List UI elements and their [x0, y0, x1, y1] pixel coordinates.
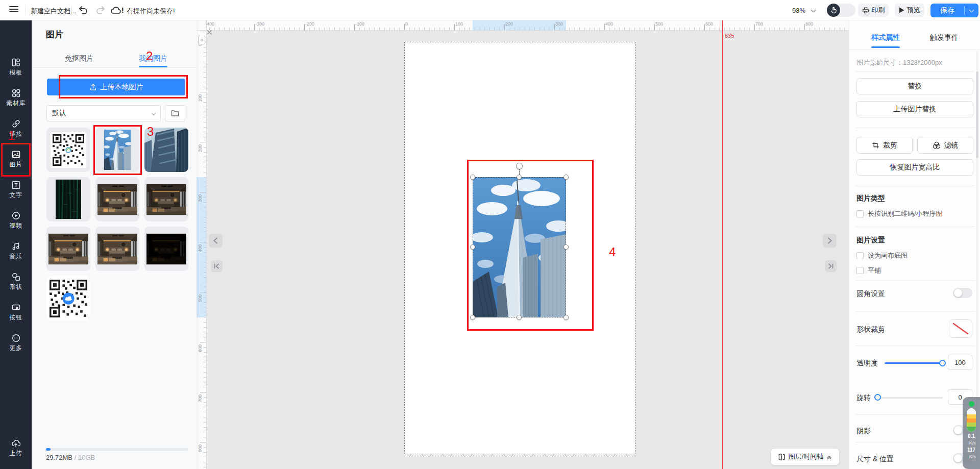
sidebar-item-link[interactable]: 链接 [0, 119, 32, 142]
tab-trigger-events[interactable]: 触发事件 [930, 33, 959, 42]
rotation-handle[interactable] [516, 163, 523, 169]
sidebar-item-image[interactable]: 图片 [0, 150, 32, 172]
sidebar-item-assets[interactable]: 素材库 [0, 89, 32, 111]
close-icon[interactable]: × [206, 27, 212, 37]
thumbnail-bedroom[interactable] [95, 177, 139, 221]
ruler-label: 600 [198, 344, 203, 352]
status-dot [969, 401, 974, 407]
checkbox[interactable] [856, 267, 864, 274]
checkbox[interactable] [856, 210, 864, 217]
sidebar-item-music[interactable]: 音乐 [0, 242, 32, 264]
tab-free-images[interactable]: 免抠图片 [65, 54, 93, 63]
first-page-button[interactable] [211, 260, 223, 272]
rotate-slider-track[interactable] [877, 397, 943, 399]
selection-handle-n[interactable] [517, 175, 522, 180]
menu-icon[interactable] [9, 5, 18, 14]
selection-handle-e[interactable] [564, 244, 569, 250]
checkbox[interactable] [856, 252, 864, 259]
ruler-label: 400 [198, 244, 203, 252]
sidebar-item-template[interactable]: 模板 [0, 58, 32, 81]
save-label: 保存 [940, 6, 954, 15]
thumbnail-qr-code-cloud[interactable] [46, 276, 90, 320]
doc-title[interactable]: 新建空白文档... [31, 7, 76, 16]
divider [855, 186, 974, 186]
storage-used: 29.72MB [46, 454, 72, 461]
upload-speed-unit: ↑K/s [967, 440, 976, 446]
undo-icon[interactable] [78, 5, 89, 17]
opacity-slider-track[interactable] [885, 362, 943, 364]
canvas-area[interactable]: -400 -300 -200 -100 0 100 200 300 400 50… [197, 20, 849, 469]
filter-icon [933, 141, 941, 149]
thumbnail-bedroom[interactable] [144, 177, 188, 221]
last-page-button[interactable] [825, 260, 837, 272]
save-button[interactable]: 保存 [930, 4, 978, 17]
thumbnail-skyscraper[interactable] [95, 128, 139, 172]
selection-handle-ne[interactable] [564, 175, 569, 180]
thumbnail-bedroom[interactable] [46, 227, 90, 271]
filter-button[interactable]: 滤镜 [917, 137, 973, 154]
print-button[interactable]: 印刷 [858, 4, 889, 17]
next-page-button[interactable] [823, 234, 837, 248]
upload-local-image-button[interactable]: 上传本地图片 [47, 79, 185, 95]
opacity-label: 透明度 [856, 359, 878, 368]
rotate-slider-knob[interactable] [874, 394, 881, 401]
sidebar-item-button[interactable]: 按钮 [0, 303, 32, 326]
qr-recognize-checkbox-row[interactable]: 长按识别二维码/小程序图 [856, 209, 943, 218]
horizontal-ruler: -400 -300 -200 -100 0 100 200 300 400 50… [197, 20, 849, 31]
selection-handle-w[interactable] [470, 244, 475, 250]
network-monitor-overlay[interactable]: 0.1 ↑K/s 117 ↓K/s [963, 397, 980, 469]
thumbnail-bedroom-dark[interactable] [144, 227, 188, 271]
guide-line[interactable] [722, 20, 723, 469]
sidebar-item-video[interactable]: 视频 [0, 211, 32, 234]
prev-page-button[interactable] [209, 234, 223, 248]
tab-style-properties[interactable]: 样式属性 [871, 33, 900, 42]
canvas-background-checkbox-row[interactable]: 设为画布底图 [856, 251, 908, 260]
sidebar-item-more[interactable]: 更多 [0, 334, 32, 356]
zoom-level[interactable]: 98% [792, 7, 805, 14]
download-speed-unit: ↓K/s [967, 454, 976, 459]
folder-button[interactable] [165, 105, 185, 121]
ruler-label: 100 [198, 94, 203, 102]
link-icon [12, 119, 20, 128]
selection-handle-nw[interactable] [470, 175, 475, 180]
ruler-label: 500 [655, 21, 663, 27]
selection-handle-se[interactable] [564, 315, 569, 320]
image-type-heading: 图片类型 [856, 194, 885, 203]
folder-select[interactable]: 默认 [46, 105, 161, 121]
sidebar-item-shape[interactable]: 形状 [0, 273, 32, 295]
thumbnail-qr-code[interactable] [46, 128, 90, 172]
opacity-slider-knob[interactable] [939, 360, 946, 366]
crop-button[interactable]: 裁剪 [856, 137, 913, 154]
download-speed-value: 117 [967, 447, 975, 453]
save-dropdown-button[interactable] [965, 4, 978, 17]
guide-origin-icon[interactable] [198, 36, 205, 44]
ruler-label: 100 [455, 21, 463, 27]
size-position-label: 尺寸 & 位置 [856, 455, 894, 464]
ruler-label: 600 [705, 21, 713, 27]
shape-crop-button[interactable] [949, 319, 972, 338]
preview-button[interactable]: 预览 [895, 4, 924, 17]
zoom-chevron-icon[interactable] [811, 8, 816, 13]
restore-aspect-ratio-button[interactable]: 恢复图片宽高比 [856, 159, 973, 176]
replace-button[interactable]: 替换 [856, 78, 973, 94]
hand-mode-toggle[interactable] [827, 4, 855, 17]
selection-handle-sw[interactable] [470, 315, 475, 320]
tab-my-images[interactable]: 我的图片 [139, 54, 167, 63]
round-corner-toggle[interactable] [953, 288, 972, 298]
scrollbar-thumb[interactable] [976, 71, 978, 158]
selection-handle-s[interactable] [517, 315, 522, 320]
thumbnail-glass-building[interactable] [144, 128, 188, 172]
sidebar-item-upload[interactable]: 上传 [0, 439, 32, 461]
layers-timeline-button[interactable]: 图层/时间轴 [771, 449, 839, 465]
unsaved-status-text: 有操作尚未保存! [127, 7, 175, 16]
tile-checkbox-row[interactable]: 平铺 [856, 266, 881, 275]
upload-replace-button[interactable]: 上传图片替换 [856, 101, 973, 117]
template-icon [12, 58, 20, 67]
no-shape-icon [949, 320, 972, 337]
opacity-input[interactable] [948, 355, 972, 370]
redo-icon[interactable] [95, 5, 106, 17]
thumbnail-bedroom[interactable] [95, 227, 139, 271]
sidebar-item-text[interactable]: 文字 [0, 181, 32, 203]
shape-crop-label: 形状裁剪 [856, 325, 885, 334]
thumbnail-dark-texture[interactable] [46, 177, 90, 221]
